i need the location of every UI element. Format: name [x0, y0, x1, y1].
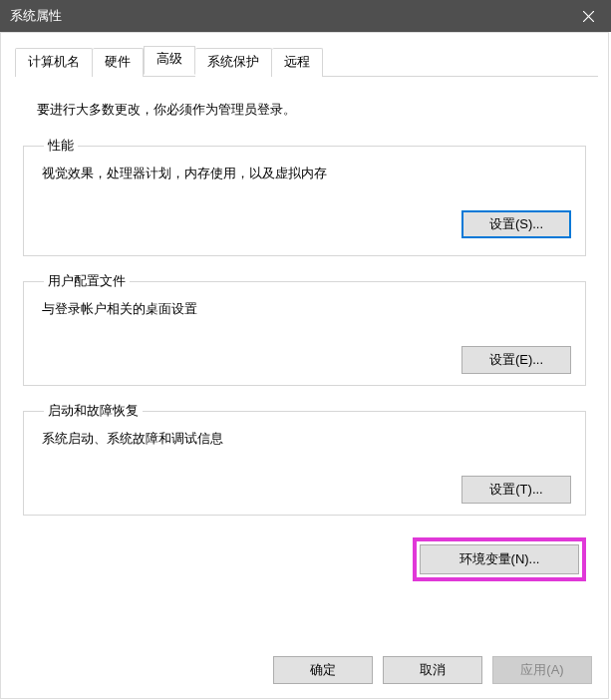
- apply-button[interactable]: 应用(A): [492, 656, 592, 684]
- env-row: 环境变量(N)...: [1, 531, 608, 581]
- cancel-button[interactable]: 取消: [383, 656, 482, 684]
- startup-desc: 系统启动、系统故障和调试信息: [42, 430, 571, 448]
- group-performance-legend: 性能: [44, 137, 78, 155]
- group-user-profiles: 用户配置文件 与登录帐户相关的桌面设置 设置(E)...: [23, 272, 586, 386]
- performance-desc: 视觉效果，处理器计划，内存使用，以及虚拟内存: [42, 165, 571, 182]
- close-icon: [583, 11, 594, 22]
- env-button-highlight: 环境变量(N)...: [413, 537, 586, 581]
- dialog-body: 计算机名 硬件 高级 系统保护 远程 要进行大多数更改，你必须作为管理员登录。 …: [0, 32, 609, 699]
- group-startup-legend: 启动和故障恢复: [44, 402, 143, 420]
- environment-variables-button[interactable]: 环境变量(N)...: [420, 544, 579, 574]
- user-profiles-settings-button[interactable]: 设置(E)...: [461, 346, 571, 374]
- tab-computer-name[interactable]: 计算机名: [15, 48, 93, 77]
- ok-button[interactable]: 确定: [273, 656, 373, 684]
- group-startup-recovery: 启动和故障恢复 系统启动、系统故障和调试信息 设置(T)...: [23, 402, 586, 516]
- dialog-footer: 确定 取消 应用(A): [273, 656, 592, 684]
- window-title: 系统属性: [10, 7, 62, 25]
- tab-remote[interactable]: 远程: [272, 48, 323, 77]
- close-button[interactable]: [565, 0, 611, 32]
- tab-advanced[interactable]: 高级: [144, 46, 195, 75]
- tab-system-protection[interactable]: 系统保护: [195, 48, 272, 77]
- performance-settings-button[interactable]: 设置(S)...: [461, 210, 571, 238]
- tab-strip: 计算机名 硬件 高级 系统保护 远程: [15, 47, 598, 77]
- tab-hardware[interactable]: 硬件: [93, 48, 144, 77]
- user-profiles-desc: 与登录帐户相关的桌面设置: [42, 300, 571, 318]
- group-user-profiles-legend: 用户配置文件: [44, 272, 130, 290]
- group-performance: 性能 视觉效果，处理器计划，内存使用，以及虚拟内存 设置(S)...: [23, 137, 586, 256]
- titlebar: 系统属性: [0, 0, 611, 32]
- admin-note: 要进行大多数更改，你必须作为管理员登录。: [37, 101, 586, 119]
- tab-content-advanced: 要进行大多数更改，你必须作为管理员登录。 性能 视觉效果，处理器计划，内存使用，…: [1, 77, 608, 516]
- startup-settings-button[interactable]: 设置(T)...: [461, 476, 571, 504]
